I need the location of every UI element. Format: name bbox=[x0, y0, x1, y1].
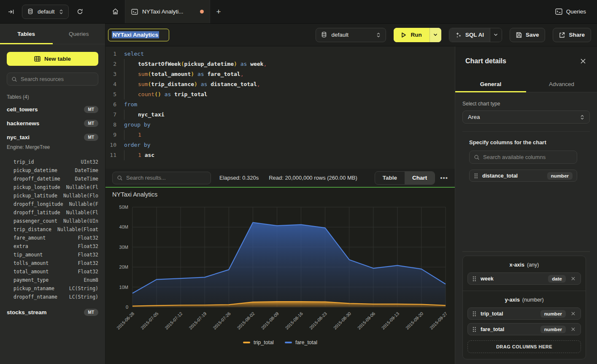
svg-text:2015-08-02: 2015-08-02 bbox=[236, 311, 256, 331]
drag-handle-icon[interactable] bbox=[472, 276, 476, 282]
code-line: 6from bbox=[105, 100, 455, 110]
column-row[interactable]: trip_distanceNullable(Float bbox=[0, 225, 105, 234]
code-lines: 1select2toStartOfWeek(pickup_datetime) a… bbox=[105, 49, 455, 160]
collapse-sidebar-button[interactable] bbox=[6, 7, 16, 17]
column-row[interactable]: pickup_latitudeNullable(Flo bbox=[0, 191, 105, 200]
divider bbox=[463, 291, 586, 291]
column-row[interactable]: payment_typeEnum8 bbox=[0, 276, 105, 284]
svg-text:2015-08-16: 2015-08-16 bbox=[284, 311, 304, 331]
save-label: Save bbox=[526, 32, 539, 38]
sidebar-tabs: Tables Queries bbox=[0, 24, 105, 44]
sidebar-tab-tables[interactable]: Tables bbox=[0, 24, 53, 44]
columns-search-input[interactable] bbox=[483, 154, 573, 160]
line-number: 3 bbox=[105, 69, 124, 79]
code-token: as bbox=[165, 89, 171, 100]
toolbar-database-selector[interactable]: default bbox=[316, 28, 386, 42]
tab-advanced[interactable]: Advanced bbox=[526, 76, 597, 92]
table-row[interactable]: stocks_streamMT bbox=[0, 305, 105, 319]
code-token: ) bbox=[234, 59, 237, 69]
column-row[interactable]: passenger_countNullable(UIn bbox=[0, 217, 105, 225]
remove-column-button[interactable] bbox=[570, 327, 576, 332]
column-row[interactable]: dropoff_ntanameLC(String) bbox=[0, 293, 105, 301]
tables-section-label: Tables (4) bbox=[7, 94, 98, 100]
chart-type-select[interactable]: Area bbox=[462, 111, 590, 124]
view-toggle-chart[interactable]: Chart bbox=[405, 172, 435, 184]
column-chip-distance_total[interactable]: distance_totalnumber bbox=[469, 170, 577, 182]
chart-details-panel: Chart details General Advanced Select ch… bbox=[455, 46, 597, 364]
column-type: UInt32 bbox=[81, 159, 98, 165]
column-row[interactable]: dropoff_datetimeDateTime bbox=[0, 175, 105, 183]
column-row[interactable]: tolls_amountFloat32 bbox=[0, 259, 105, 267]
remove-column-button[interactable] bbox=[570, 276, 576, 281]
code-line: 5count() as trip_total bbox=[105, 89, 455, 100]
table-row[interactable]: cell_towersMT bbox=[0, 102, 105, 116]
chart-title: NYTaxi Analytics bbox=[112, 191, 157, 198]
column-chip-fare_total[interactable]: fare_totalnumber bbox=[467, 323, 581, 335]
tab-general[interactable]: General bbox=[455, 76, 526, 92]
query-title-selected-text: NYTaxi Analytics bbox=[112, 31, 159, 38]
home-button[interactable] bbox=[105, 0, 125, 23]
share-label: Share bbox=[569, 32, 585, 38]
close-icon bbox=[571, 311, 575, 316]
column-row[interactable]: extraFloat32 bbox=[0, 242, 105, 251]
sidebar-tab-queries[interactable]: Queries bbox=[53, 24, 105, 44]
column-row[interactable]: trip_idUInt32 bbox=[0, 158, 105, 166]
new-tab-button[interactable]: + bbox=[210, 0, 227, 23]
legend-item-fare_total[interactable]: fare_total bbox=[285, 340, 317, 345]
indent-guide bbox=[124, 110, 138, 120]
new-table-button[interactable]: New table bbox=[7, 52, 98, 66]
chip-column-name: distance_total bbox=[482, 173, 543, 179]
new-table-label: New table bbox=[44, 56, 71, 62]
line-number: 10 bbox=[105, 140, 124, 150]
column-row[interactable]: pickup_ntanameLC(String) bbox=[0, 284, 105, 293]
results-toolbar: Elapsed: 0.320s Read: 20,000,000 rows (2… bbox=[105, 169, 455, 187]
table-row[interactable]: nyc_taxiMT bbox=[0, 130, 105, 144]
topbar-database-selector[interactable]: default bbox=[22, 5, 69, 19]
sql-ai-button[interactable]: SQL AI bbox=[449, 28, 502, 42]
play-icon bbox=[401, 32, 406, 38]
line-number: 2 bbox=[105, 59, 124, 69]
results-more-button[interactable]: ••• bbox=[440, 174, 448, 181]
column-row[interactable]: dropoff_longitudeNullable(F bbox=[0, 200, 105, 208]
column-row[interactable]: dropoff_latitudeNullable(Fl bbox=[0, 208, 105, 217]
queries-console-icon bbox=[555, 8, 562, 15]
refresh-button[interactable] bbox=[75, 6, 85, 17]
sql-editor[interactable]: 1select2toStartOfWeek(pickup_datetime) a… bbox=[105, 46, 455, 169]
code-token: ) bbox=[191, 69, 194, 79]
toolbar-actions: default Run bbox=[316, 28, 591, 42]
table-row[interactable]: hackernewsMT bbox=[0, 116, 105, 130]
run-options-caret[interactable] bbox=[430, 28, 441, 42]
column-row[interactable]: pickup_datetimeDateTime bbox=[0, 166, 105, 175]
view-toggle-table[interactable]: Table bbox=[375, 172, 405, 184]
drag-handle-icon[interactable] bbox=[472, 311, 476, 317]
legend-item-trip_total[interactable]: trip_total bbox=[243, 340, 274, 345]
close-panel-button[interactable] bbox=[580, 58, 586, 64]
column-chip-week[interactable]: weekdate bbox=[467, 272, 581, 285]
columns-search bbox=[469, 151, 577, 164]
sidebar-search-input[interactable] bbox=[21, 76, 95, 82]
remove-column-button[interactable] bbox=[570, 311, 576, 316]
drag-columns-dropzone[interactable]: DRAG COLUMNS HERE bbox=[467, 340, 581, 353]
code-line: 3sum(total_amount) as fare_total, bbox=[105, 69, 455, 79]
column-chip-trip_total[interactable]: trip_totalnumber bbox=[467, 307, 581, 320]
sql-ai-caret[interactable] bbox=[490, 28, 502, 42]
code-token: total_amount bbox=[151, 69, 191, 79]
share-button[interactable]: Share bbox=[553, 28, 591, 42]
run-button[interactable]: Run bbox=[394, 28, 441, 42]
search-icon bbox=[474, 154, 480, 160]
drag-handle-icon[interactable] bbox=[472, 326, 476, 332]
column-name: dropoff_datetime bbox=[14, 176, 60, 182]
drag-handle-icon[interactable] bbox=[474, 173, 478, 179]
save-button[interactable]: Save bbox=[510, 28, 546, 42]
area-chart[interactable]: 010M20M30M40M50M2015-06-282015-07-052015… bbox=[105, 199, 455, 340]
query-tab[interactable]: NYTaxi Analyti... bbox=[125, 0, 210, 23]
queries-button[interactable]: Queries bbox=[555, 8, 586, 15]
column-row[interactable]: tip_amountFloat32 bbox=[0, 251, 105, 259]
x-axis-hint: (any) bbox=[527, 262, 539, 268]
line-number: 5 bbox=[105, 89, 124, 100]
query-title-input[interactable]: NYTaxi Analytics bbox=[108, 29, 169, 41]
column-row[interactable]: fare_amountFloat32 bbox=[0, 234, 105, 242]
column-row[interactable]: total_amountFloat32 bbox=[0, 267, 105, 276]
results-search-input[interactable] bbox=[126, 175, 206, 181]
column-row[interactable]: pickup_longitudeNullable(Fl bbox=[0, 183, 105, 191]
